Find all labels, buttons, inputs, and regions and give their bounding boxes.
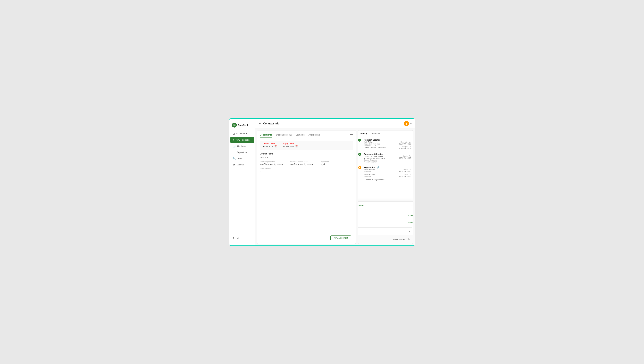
overlay-panel: Collaborators | Execution | Shared with …: [358, 202, 413, 244]
negotiator-chevron-icon[interactable]: ∧: [408, 230, 410, 233]
main-content: ← Contract Info ▾ General Info Stakehold…: [255, 119, 415, 246]
negotiation-details: John Crestani Negotiator Created On 4:25…: [361, 168, 411, 180]
sidebar: SignDesk ⊞ Dashboard ≡ New Requests 📄 Co…: [229, 119, 255, 246]
app-window: SignDesk ⊞ Dashboard ≡ New Requests 📄 Co…: [229, 118, 415, 246]
view-agreement-button[interactable]: View Agreement: [330, 236, 351, 240]
field-type-of-agreement: Type of Agreement Non-Disclosure Agreeme…: [260, 160, 286, 166]
dashboard-icon: ⊞: [233, 132, 235, 135]
sidebar-bottom: ? Help: [229, 234, 255, 243]
repository-icon: 🗂: [233, 151, 235, 154]
dropdown-icon[interactable]: ▾: [410, 122, 412, 125]
contract-tabs: General Info Stakeholders (3) Stamping A…: [260, 133, 353, 138]
negotiator-delete-button[interactable]: 🗑: [408, 238, 410, 241]
effective-date-field: Effective Date * 01-04-2024 📅: [263, 143, 277, 148]
approver-add-button[interactable]: + Add: [408, 221, 413, 224]
expiry-date-calendar-icon[interactable]: 📅: [295, 145, 298, 148]
header-right: ▾: [404, 121, 412, 126]
page-title: Contract Info: [263, 122, 280, 125]
agreement-created-icon: ✓: [358, 153, 361, 156]
contracts-icon: 📄: [233, 145, 236, 148]
sidebar-item-new-requests[interactable]: ≡ New Requests: [230, 137, 254, 143]
effective-date-value: 01-04-2024 📅: [263, 145, 277, 148]
entity-label: Type of Entity: [260, 168, 353, 169]
form-title: Default Form: [260, 152, 353, 155]
type-of-agreement-value: Non-Disclosure Agreement: [260, 163, 286, 166]
sidebar-item-label: Tools: [237, 157, 242, 160]
department-value: Legal: [320, 163, 346, 166]
sidebar-item-dashboard[interactable]: ⊞ Dashboard: [230, 131, 254, 137]
negotiation-title: Negotiation 🔗: [361, 166, 411, 168]
negotiator-section: Negotiator (1) ∧ J John Cresta: [358, 228, 413, 244]
expiry-date-label: Expiry Date *: [283, 143, 298, 145]
sidebar-item-repository[interactable]: 🗂 Repository: [230, 150, 254, 155]
sidebar-item-settings[interactable]: ⚙ Settings: [230, 162, 254, 168]
logo-icon: [232, 123, 237, 128]
app-name: SignDesk: [238, 124, 249, 126]
activity-panel: Activity Comments ✓ Request Created Jack…: [358, 130, 413, 244]
overlay-header: Collaborators | Execution | Shared with …: [358, 202, 413, 210]
overlay-tab-shared[interactable]: Shared with: [358, 204, 364, 207]
rounds-of-negotiation: Rounds of Negotiation : 2: [364, 179, 411, 180]
header-left: ← Contract Info: [259, 122, 280, 125]
sidebar-item-label: Dashboard: [236, 132, 247, 135]
request-user: Jack Bielan: [364, 141, 386, 143]
back-button[interactable]: ←: [259, 122, 262, 125]
tab-attachments[interactable]: Attachments: [309, 134, 320, 137]
settings-icon: ⚙: [233, 164, 235, 166]
effective-date-label: Effective Date *: [263, 143, 277, 145]
overlay-close-button[interactable]: ×: [411, 204, 413, 208]
sidebar-item-help[interactable]: ? Help: [230, 235, 254, 241]
field-entity: Type of Entity --: [260, 168, 353, 172]
counterparty-value: Non-Disclosure Agreement: [290, 163, 316, 166]
agreement-name: Non-Disclosure Agreement: [364, 157, 385, 159]
overlay-tabs: Collaborators | Execution | Shared with: [358, 204, 364, 207]
request-created-row1: Jack Bielan Requested From: Auto XXXXXXX…: [364, 141, 411, 150]
sidebar-item-label: Repository: [237, 151, 247, 154]
contract-panel: General Info Stakeholders (3) Stamping A…: [257, 130, 356, 244]
activity-tab-comments[interactable]: Comments: [371, 132, 381, 136]
negotiation-link-icon[interactable]: 🔗: [377, 166, 379, 168]
overlay-body: Co- Editors (0) + Add Approver (0): [358, 210, 413, 244]
request-id: XXXXXXXXXX: [364, 145, 375, 147]
section-label: Section A: [260, 156, 353, 158]
request-from: Requested From: Auto: [364, 143, 386, 145]
negotiation-user1: John Crestani: [364, 168, 375, 170]
co-editors-row: Co- Editors (0) + Add: [358, 212, 413, 219]
avatar[interactable]: [404, 121, 409, 126]
tools-icon: 🔧: [233, 157, 236, 160]
activity-item-request-created: ✓ Request Created Jack Bielan Requested …: [360, 139, 411, 150]
request-created-title: Request Created: [361, 139, 411, 141]
co-editors-add-button[interactable]: + Add: [408, 214, 413, 217]
sidebar-item-label: Settings: [237, 164, 244, 166]
tab-stamping[interactable]: Stamping: [296, 134, 305, 137]
copy-icon[interactable]: ⧉: [375, 145, 376, 147]
sidebar-nav: ⊞ Dashboard ≡ New Requests 📄 Contracts 🗂…: [229, 131, 255, 234]
date-row: Effective Date * 01-04-2024 📅 Expiry Dat…: [260, 140, 353, 150]
expiry-date-field: Expiry Date * 01-08-2024 📅: [283, 143, 298, 148]
sidebar-item-label: Help: [236, 237, 240, 240]
source: Source: Compose: [364, 159, 385, 161]
department-label: Department: [320, 160, 346, 162]
help-icon: ?: [233, 237, 234, 240]
sidebar-logo: SignDesk: [229, 121, 255, 131]
negotiation-role2: Negotiator: [364, 176, 375, 177]
tab-stakeholders[interactable]: Stakeholders (3): [276, 134, 292, 137]
activity-item-negotiation: ● Negotiation 🔗 John Crestani Negotiator: [360, 166, 411, 180]
request-created-icon: ✓: [358, 139, 361, 142]
effective-date-calendar-icon[interactable]: 📅: [274, 145, 277, 148]
sidebar-item-label: Contracts: [237, 145, 246, 147]
type-of-agreement-label: Type of Agreement: [260, 160, 286, 162]
sidebar-item-contracts[interactable]: 📄 Contracts: [230, 143, 254, 149]
sidebar-item-tools[interactable]: 🔧 Tools: [230, 156, 254, 162]
negotiation-icon: ●: [358, 166, 361, 169]
tab-more-icon[interactable]: •••: [350, 133, 353, 138]
activity-tab-activity[interactable]: Activity: [360, 132, 367, 136]
main-header: ← Contract Info ▾: [255, 119, 415, 129]
tab-general-info[interactable]: General Info: [260, 134, 272, 137]
request-created-details: Jack Bielan Requested From: Auto XXXXXXX…: [361, 141, 411, 150]
counterparty-label: Name of Counterparty: [290, 160, 316, 162]
current-assignee: Current Assignee : Jack Bielan: [364, 147, 386, 148]
field-department: Department Legal: [320, 160, 346, 166]
negotiator-header: Negotiator (1) ∧: [358, 228, 413, 235]
negotiation-role1: Negotiator: [364, 170, 375, 172]
